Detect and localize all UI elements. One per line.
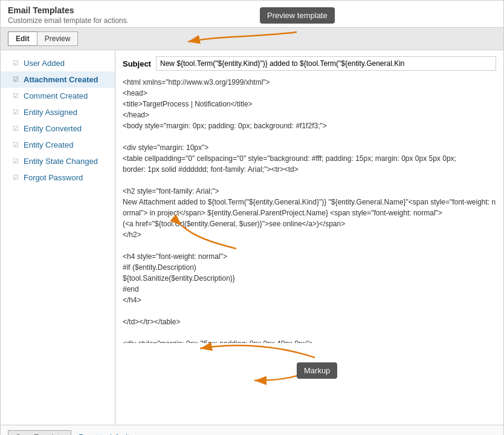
- preview-callout: Preview template: [260, 7, 335, 24]
- page-header: Email Templates Customize email template…: [1, 1, 503, 27]
- subject-label: Subject: [123, 59, 151, 68]
- sidebar-link-comment-created[interactable]: Comment Created: [24, 91, 88, 100]
- main-layout: ☑ User Added ☑ Attachment Created ☑ Comm…: [1, 50, 503, 425]
- checkbox-icon-user-added: ☑: [13, 59, 19, 67]
- sidebar-link-entity-converted[interactable]: Entity Converted: [24, 124, 82, 133]
- checkbox-icon-entity-created: ☑: [13, 141, 19, 149]
- footer-actions: Save Template Reset to default: [1, 425, 503, 435]
- checkbox-icon-attachment-created: ☑: [13, 76, 19, 83]
- checkbox-icon-forgot-password: ☑: [13, 174, 19, 182]
- sidebar-item-user-added[interactable]: ☑ User Added: [1, 55, 115, 71]
- checkbox-icon-comment-created: ☑: [13, 92, 19, 100]
- sidebar-item-entity-state-changed[interactable]: ☑ Entity State Changed: [1, 153, 115, 169]
- sidebar: ☑ User Added ☑ Attachment Created ☑ Comm…: [1, 50, 115, 425]
- checkbox-icon-entity-converted: ☑: [13, 125, 19, 132]
- page-title: Email Templates: [8, 5, 496, 15]
- sidebar-link-user-added[interactable]: User Added: [24, 59, 65, 68]
- subject-row: Subject: [123, 56, 496, 71]
- sidebar-link-attachment-created[interactable]: Attachment Created: [24, 75, 99, 84]
- checkbox-icon-entity-state-changed: ☑: [13, 157, 19, 165]
- save-template-button[interactable]: Save Template: [8, 430, 71, 435]
- sidebar-item-comment-created[interactable]: ☑ Comment Created: [1, 88, 115, 104]
- markup-callout: Markup: [297, 362, 337, 379]
- sidebar-item-forgot-password[interactable]: ☑ Forgot Password: [1, 169, 115, 186]
- code-editor[interactable]: [123, 77, 496, 343]
- subject-input[interactable]: [156, 56, 496, 71]
- sidebar-link-forgot-password[interactable]: Forgot Password: [24, 173, 83, 182]
- sidebar-item-entity-created[interactable]: ☑ Entity Created: [1, 137, 115, 153]
- sidebar-link-entity-state-changed[interactable]: Entity State Changed: [24, 157, 98, 166]
- toolbar: Edit Preview: [1, 27, 503, 50]
- sidebar-link-entity-created[interactable]: Entity Created: [24, 140, 73, 149]
- checkbox-icon-entity-assigned: ☑: [13, 108, 19, 116]
- sidebar-item-attachment-created[interactable]: ☑ Attachment Created: [1, 71, 115, 88]
- sidebar-item-entity-assigned[interactable]: ☑ Entity Assigned: [1, 104, 115, 120]
- sidebar-link-entity-assigned[interactable]: Entity Assigned: [24, 108, 77, 117]
- page-subtitle: Customize email template for actions.: [8, 16, 496, 25]
- edit-button[interactable]: Edit: [8, 31, 37, 46]
- preview-button[interactable]: Preview: [37, 31, 79, 46]
- sidebar-item-entity-converted[interactable]: ☑ Entity Converted: [1, 120, 115, 137]
